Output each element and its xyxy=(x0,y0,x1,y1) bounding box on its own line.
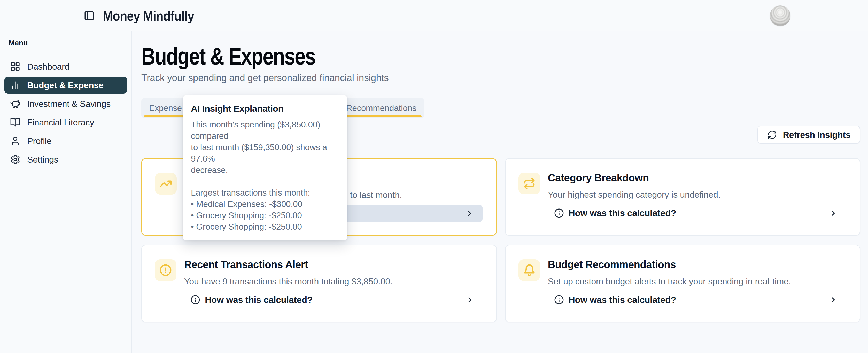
tooltip-line: Largest transactions this month: xyxy=(191,187,340,199)
tooltip-line: decrease. xyxy=(191,164,340,176)
card-icon-box xyxy=(519,259,540,281)
sidebar-item-label: Investment & Savings xyxy=(27,99,111,109)
info-icon xyxy=(554,208,564,218)
sidebar-item-dashboard[interactable]: Dashboard xyxy=(4,58,127,75)
sidebar-item-label: Budget & Expense xyxy=(27,80,103,90)
card-subtitle: Set up custom budget alerts to track you… xyxy=(548,276,791,286)
info-icon xyxy=(554,295,564,305)
gear-icon xyxy=(10,154,21,165)
tooltip-title: AI Insight Explanation xyxy=(191,103,340,114)
card-recent-transactions: Recent Transactions Alert You have 9 tra… xyxy=(141,245,497,322)
card-icon-box xyxy=(519,173,540,194)
tooltip-line: • Medical Expenses: -$300.00 xyxy=(191,199,340,210)
sidebar-item-label: Dashboard xyxy=(27,62,69,72)
chevron-right-icon xyxy=(829,209,838,217)
panel-left-icon xyxy=(84,10,95,21)
sidebar-item-budget-expense[interactable]: Budget & Expense xyxy=(4,77,127,94)
refresh-insights-label: Refresh Insights xyxy=(783,130,850,140)
layout-grid-icon xyxy=(10,62,21,72)
avatar[interactable] xyxy=(770,5,790,26)
book-open-icon xyxy=(10,117,21,128)
how-calculated-button[interactable]: How was this calculated? xyxy=(183,291,483,308)
info-icon xyxy=(190,295,200,305)
card-icon-box xyxy=(155,259,177,281)
sidebar-nav: Dashboard Budget & Expense Investment & … xyxy=(0,58,131,168)
tooltip-line: • Grocery Shopping: -$250.00 xyxy=(191,210,340,221)
how-calculated-button[interactable]: How was this calculated? xyxy=(547,291,846,308)
card-subtitle: You have 9 transactions this month total… xyxy=(184,276,393,286)
app-header: Money Mindfully xyxy=(0,0,868,32)
how-calculated-label: How was this calculated? xyxy=(568,208,676,218)
card-title: Budget Recommendations xyxy=(548,259,676,271)
refresh-icon xyxy=(767,130,777,140)
sidebar-item-financial-literacy[interactable]: Financial Literacy xyxy=(4,114,127,131)
alert-circle-icon xyxy=(159,264,172,276)
app-title: Money Mindfully xyxy=(103,8,194,24)
bar-chart-icon xyxy=(10,80,21,90)
card-title: Recent Transactions Alert xyxy=(184,259,308,271)
refresh-insights-button[interactable]: Refresh Insights xyxy=(757,126,860,144)
card-category-breakdown: Category Breakdown Your highest spending… xyxy=(505,158,861,236)
sidebar-item-label: Settings xyxy=(27,154,58,165)
card-icon-box xyxy=(155,173,177,195)
card-budget-recommendations: Budget Recommendations Set up custom bud… xyxy=(505,245,861,322)
tooltip-line: This month's spending ($3,850.00) compar… xyxy=(191,119,340,142)
tooltip-line xyxy=(191,176,340,187)
sidebar-item-label: Financial Literacy xyxy=(27,117,94,128)
chevron-right-icon xyxy=(829,296,838,304)
how-calculated-label: How was this calculated? xyxy=(568,295,676,305)
repeat-icon xyxy=(523,177,535,190)
chevron-right-icon xyxy=(466,209,474,217)
sidebar: Menu Dashboard Budget & Expense xyxy=(0,32,132,353)
chevron-right-icon xyxy=(466,296,474,304)
tooltip-line: to last month ($159,350.00) shows a 97.6… xyxy=(191,142,340,164)
sidebar-item-settings[interactable]: Settings xyxy=(4,151,127,168)
sidebar-toggle-button[interactable] xyxy=(83,10,95,22)
card-subtitle: Your highest spending category is undefi… xyxy=(548,190,721,200)
how-calculated-label: How was this calculated? xyxy=(205,295,313,305)
tooltip-body: This month's spending ($3,850.00) compar… xyxy=(191,119,340,233)
card-subtitle-fragment: to last month. xyxy=(350,190,402,200)
how-calculated-button[interactable]: How was this calculated? xyxy=(547,205,846,222)
sidebar-item-profile[interactable]: Profile xyxy=(4,132,127,149)
sidebar-item-investment-savings[interactable]: Investment & Savings xyxy=(4,95,127,112)
sidebar-item-label: Profile xyxy=(27,136,52,146)
user-icon xyxy=(10,136,21,146)
bell-icon xyxy=(523,264,535,276)
trending-up-icon xyxy=(160,178,172,190)
ai-insight-tooltip: AI Insight Explanation This month's spen… xyxy=(183,95,347,240)
page-title: Budget & Expenses xyxy=(141,43,731,69)
menu-section-label: Menu xyxy=(8,39,131,47)
card-title: Category Breakdown xyxy=(548,172,649,184)
piggy-bank-icon xyxy=(10,99,21,109)
page-subtitle: Track your spending and get personalized… xyxy=(141,72,860,83)
tooltip-line: • Grocery Shopping: -$250.00 xyxy=(191,221,340,233)
